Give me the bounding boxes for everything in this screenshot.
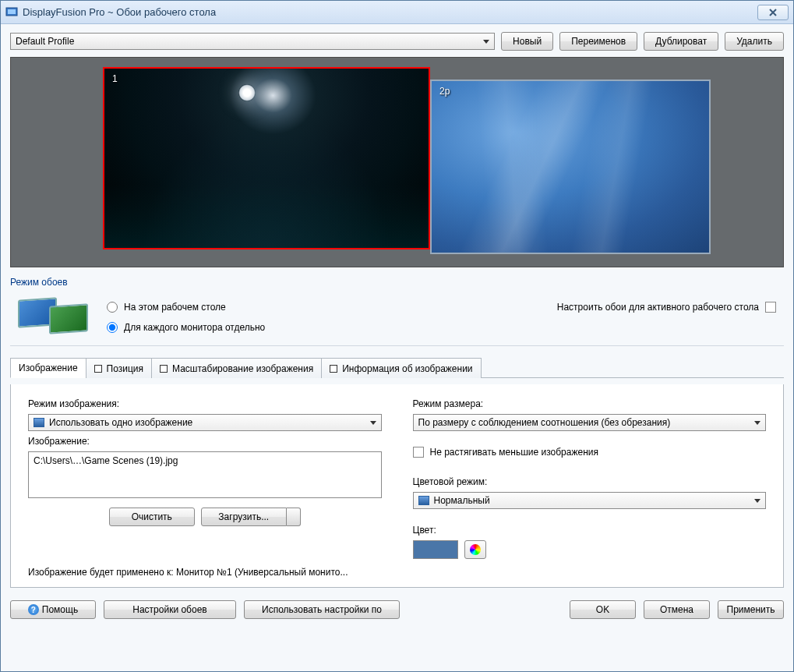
tab-info-label: Информация об изображении	[342, 363, 472, 374]
active-desktop-label: Настроить обои для активного рабочего ст…	[557, 302, 759, 313]
color-mode-select[interactable]: Нормальный	[413, 492, 767, 509]
active-desktop-checkbox[interactable]	[765, 302, 776, 313]
monitor-preview-area: 1 2p	[10, 57, 784, 267]
right-column: Режим размера: По размеру с соблюдением …	[413, 398, 767, 559]
tab-info[interactable]: Информация об изображении	[321, 358, 481, 378]
radio-each-monitor-label: Для каждого монитора отдельно	[124, 322, 265, 333]
chevron-down-icon	[754, 499, 760, 503]
new-profile-button[interactable]: Новый	[501, 32, 553, 51]
profile-select[interactable]: Default Profile	[10, 33, 495, 50]
image-mode-value: Использовать одно изображение	[49, 417, 370, 428]
delete-profile-button[interactable]: Удалить	[725, 32, 784, 51]
square-icon	[330, 365, 337, 373]
picture-icon	[34, 418, 44, 427]
image-path-label: Изображение:	[28, 436, 382, 447]
tab-scaling[interactable]: Масштабирование изображения	[151, 358, 322, 378]
image-path-field[interactable]: C:\Users\…\Game Scenes (19).jpg	[28, 451, 382, 498]
app-window: DisplayFusion Pro ~ Обои рабочего стола …	[0, 0, 794, 672]
app-icon	[5, 6, 18, 19]
tab-image[interactable]: Изображение	[10, 358, 86, 378]
tabbar: Изображение Позиция Масштабирование изоб…	[10, 357, 784, 378]
size-mode-value: По размеру с соблюдением соотношения (бе…	[418, 417, 755, 428]
image-mode-select[interactable]: Использовать одно изображение	[28, 414, 382, 431]
close-button[interactable]	[757, 5, 789, 20]
monitor-1[interactable]: 1	[103, 67, 430, 249]
profile-toolbar: Default Profile Новый Переименов Дублиро…	[10, 32, 784, 51]
load-button[interactable]: Загрузить...	[201, 508, 287, 526]
content-area: Default Profile Новый Переименов Дублиро…	[1, 24, 793, 671]
profile-select-value: Default Profile	[16, 36, 74, 47]
image-mode-label: Режим изображения:	[28, 398, 382, 409]
color-wheel-icon	[470, 544, 481, 555]
size-mode-label: Режим размера:	[413, 398, 767, 409]
tab-position-label: Позиция	[107, 363, 143, 374]
rename-profile-button[interactable]: Переименов	[559, 32, 637, 51]
color-swatch[interactable]	[413, 540, 458, 559]
ok-button[interactable]: OK	[570, 600, 636, 619]
svg-rect-1	[8, 9, 16, 14]
size-mode-select[interactable]: По размеру с соблюдением соотношения (бе…	[413, 414, 767, 431]
radio-each-monitor-input[interactable]	[107, 322, 118, 333]
radio-this-desktop-input[interactable]	[107, 302, 118, 313]
monitors-icon	[18, 297, 88, 334]
active-desktop-option: Настроить обои для активного рабочего ст…	[557, 297, 776, 313]
color-mode-value: Нормальный	[434, 495, 755, 506]
tab-body-image: Режим изображения: Использовать одно изо…	[10, 384, 784, 588]
square-icon	[94, 365, 102, 373]
monitor-2[interactable]: 2p	[430, 80, 711, 254]
no-stretch-checkbox[interactable]	[413, 447, 424, 458]
titlebar: DisplayFusion Pro ~ Обои рабочего стола	[1, 1, 793, 24]
color-label: Цвет:	[413, 525, 767, 536]
left-column: Режим изображения: Использовать одно изо…	[28, 398, 382, 559]
wallpaper-settings-button[interactable]: Настройки обоев	[104, 600, 236, 619]
cancel-button[interactable]: Отмена	[644, 600, 710, 619]
use-defaults-button[interactable]: Использовать настройки по	[244, 600, 400, 619]
load-split-button: Загрузить...	[201, 508, 301, 526]
radio-this-desktop-label: На этом рабочем столе	[124, 302, 226, 313]
chevron-down-icon	[754, 421, 760, 425]
picture-icon	[418, 496, 429, 505]
monitor-1-label: 1	[112, 73, 118, 84]
help-button-label: Помощь	[42, 604, 78, 615]
help-icon: ?	[28, 604, 39, 615]
chevron-down-icon	[483, 40, 489, 44]
mode-radio-group: На этом рабочем столе Для каждого монито…	[107, 297, 265, 333]
wallpaper-mode-section: На этом рабочем столе Для каждого монито…	[10, 294, 784, 346]
tab-image-label: Изображение	[19, 363, 78, 373]
apply-button[interactable]: Применить	[718, 600, 784, 619]
applies-to-text: Изображение будет применено к: Монитор №…	[28, 567, 766, 578]
tab-scaling-label: Масштабирование изображения	[172, 363, 313, 374]
close-icon	[768, 8, 778, 17]
help-button[interactable]: ? Помощь	[10, 600, 96, 619]
clear-button[interactable]: Очистить	[109, 508, 195, 526]
duplicate-profile-button[interactable]: Дублироват	[644, 32, 718, 51]
image-path-value: C:\Users\…\Game Scenes (19).jpg	[34, 455, 178, 466]
chevron-down-icon	[370, 421, 376, 425]
wallpaper-mode-label: Режим обоев	[10, 277, 784, 288]
color-picker-button[interactable]	[464, 540, 486, 559]
load-dropdown-toggle[interactable]	[287, 508, 301, 526]
radio-each-monitor[interactable]: Для каждого монитора отдельно	[107, 322, 265, 333]
monitor-2-label: 2p	[439, 86, 450, 97]
square-icon	[160, 365, 168, 373]
tab-position[interactable]: Позиция	[86, 358, 152, 378]
bottom-button-bar: ? Помощь Настройки обоев Использовать на…	[10, 594, 784, 619]
radio-this-desktop[interactable]: На этом рабочем столе	[107, 302, 265, 313]
no-stretch-label: Не растягивать меньшие изображения	[430, 447, 598, 458]
window-title: DisplayFusion Pro ~ Обои рабочего стола	[23, 6, 757, 18]
color-mode-label: Цветовой режим:	[413, 476, 767, 487]
